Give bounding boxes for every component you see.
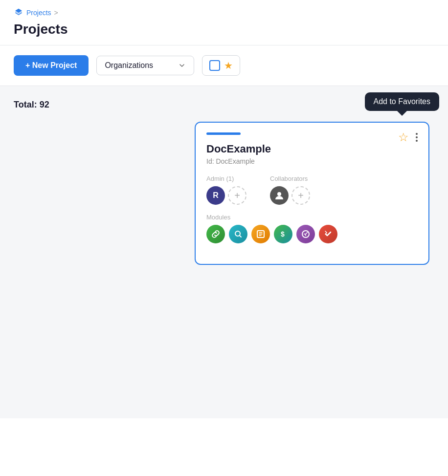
favorites-checkbox	[209, 60, 220, 71]
page-title: Projects	[14, 22, 434, 45]
collaborator-avatar	[270, 186, 289, 205]
admin-section: Admin (1) R +	[206, 175, 246, 205]
dot	[416, 136, 418, 138]
card-actions: ☆	[398, 131, 420, 143]
header: Projects > Projects	[0, 0, 448, 45]
admin-avatars: R +	[206, 186, 246, 205]
tooltip-wrapper: Add to Favorites ☆ DocExample Id: DocExa…	[195, 122, 429, 265]
module-icon-analytics[interactable]	[296, 225, 315, 243]
page: Projects > Projects + New Project Organi…	[0, 0, 448, 476]
star-filled-icon: ★	[224, 60, 233, 71]
collaborator-avatars: +	[270, 186, 310, 205]
svg-point-0	[277, 192, 281, 196]
toolbar: + New Project Organizations ★	[0, 45, 448, 86]
collaborators-section: Collaborators +	[270, 175, 310, 205]
collaborators-label: Collaborators	[270, 175, 310, 182]
card-accent-bar	[206, 132, 241, 135]
new-project-button[interactable]: + New Project	[14, 55, 89, 76]
more-options-button[interactable]	[414, 132, 420, 143]
chevron-down-icon	[178, 62, 186, 69]
admin-label: Admin (1)	[206, 175, 246, 182]
favorites-filter-button[interactable]: ★	[202, 55, 240, 76]
breadcrumb-separator: >	[54, 9, 58, 17]
module-icon-tasks[interactable]	[319, 225, 337, 243]
add-to-favorites-tooltip: Add to Favorites	[365, 92, 440, 111]
add-admin-button[interactable]: +	[228, 186, 246, 205]
breadcrumb: Projects >	[14, 8, 434, 18]
svg-text:$: $	[281, 230, 285, 238]
project-name[interactable]: DocExample	[206, 143, 418, 155]
project-card: ☆ DocExample Id: DocExample Admin (1)	[195, 122, 429, 265]
add-collaborator-button[interactable]: +	[291, 186, 310, 205]
modules-row: $	[206, 225, 418, 243]
add-to-favorites-button[interactable]: ☆	[398, 131, 409, 143]
module-icon-search[interactable]	[229, 225, 247, 243]
module-icon-links[interactable]	[206, 225, 225, 243]
organizations-dropdown[interactable]: Organizations	[96, 56, 194, 75]
card-members-row: Admin (1) R + Collaborators	[206, 175, 418, 214]
dot	[416, 133, 418, 135]
dot	[416, 140, 418, 142]
modules-section: Modules	[206, 214, 418, 243]
project-id: Id: DocExample	[206, 157, 418, 165]
admin-avatar: R	[206, 186, 225, 205]
content-area: Total: 92 Add to Favorites ☆ DocExample	[0, 86, 448, 418]
module-icon-forms[interactable]	[251, 225, 270, 243]
module-icon-finance[interactable]: $	[274, 225, 292, 243]
org-dropdown-label: Organizations	[105, 61, 153, 70]
projects-icon	[14, 8, 23, 18]
breadcrumb-label[interactable]: Projects	[26, 9, 51, 17]
modules-label: Modules	[206, 214, 418, 221]
cards-area: Add to Favorites ☆ DocExample Id: DocExa…	[14, 122, 434, 265]
